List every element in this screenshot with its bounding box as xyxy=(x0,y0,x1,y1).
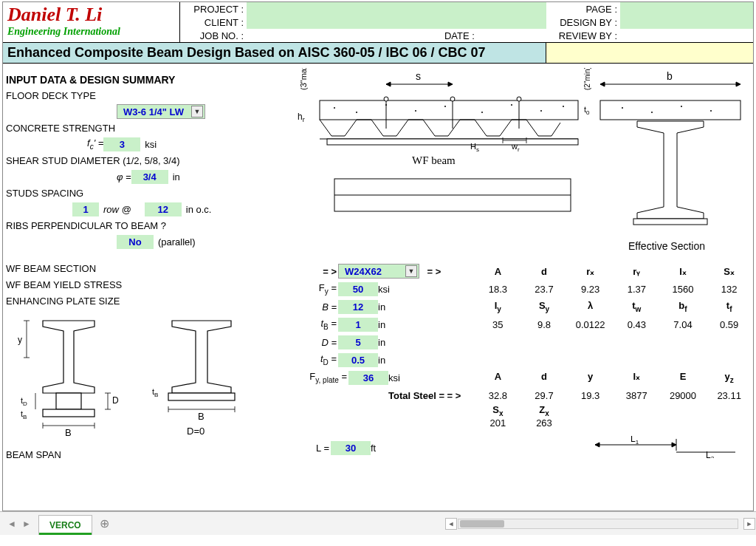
fc-unit: ksi xyxy=(140,139,157,150)
D-unit: in xyxy=(378,337,408,348)
jobno-field[interactable] xyxy=(247,29,419,42)
plate-diagram-right: tB B D=0 xyxy=(146,313,257,446)
span-diagram: L1 L2 xyxy=(588,436,750,458)
hr-label: hr xyxy=(298,112,305,123)
fy-unit: ksi xyxy=(378,284,408,295)
svg-rect-34 xyxy=(327,139,578,145)
svg-point-17 xyxy=(334,107,335,109)
svg-point-30 xyxy=(450,97,455,101)
total-steel-label: Total Steel = = > xyxy=(388,390,418,401)
totals2-header: Sx Zx xyxy=(477,404,750,417)
fyp-input[interactable]: 36 xyxy=(348,371,388,385)
wf-section-dropdown[interactable]: W24X62 ▼ xyxy=(338,264,419,279)
horizontal-scrollbar: ◄ ► xyxy=(117,512,756,535)
stud-spc-input[interactable]: 12 xyxy=(145,202,182,216)
tB-input[interactable]: 1 xyxy=(338,318,378,332)
wf-beam-label: WF beam xyxy=(412,154,456,166)
arrow-to-props: = > xyxy=(419,266,449,277)
svg-rect-0 xyxy=(56,393,81,409)
arrow-to-section: = > xyxy=(295,266,338,277)
page-field[interactable] xyxy=(620,2,753,16)
spreadsheet-frame: Daniel T. Li Engineering International P… xyxy=(2,1,754,511)
fy-input[interactable]: 50 xyxy=(338,282,378,296)
scroll-right-button[interactable]: ► xyxy=(743,518,755,530)
D-symbol: D = xyxy=(295,337,338,348)
brand-name: Daniel T. Li xyxy=(7,5,175,24)
plate-tB-label: tB xyxy=(21,409,27,420)
svg-point-24 xyxy=(540,110,542,112)
beam-span-label: BEAM SPAN xyxy=(6,449,61,460)
phi-input[interactable]: 3/4 xyxy=(131,170,168,184)
stud-spc-unit: in o.c. xyxy=(182,204,212,215)
effective-section-label: Effective Section xyxy=(628,240,705,252)
client-field[interactable] xyxy=(247,16,546,29)
brand-block: Daniel T. Li Engineering International xyxy=(3,2,180,42)
right-column: s WF beam hr (3"max) Hs wr xyxy=(288,68,750,463)
L-symbol: L = xyxy=(295,443,331,454)
plate2-D0-label: D=0 xyxy=(187,426,205,437)
svg-rect-12 xyxy=(168,393,235,400)
fy-symbol: Fy = xyxy=(295,282,338,296)
ribs-paren: (parallel) xyxy=(154,236,196,248)
jobno-label: JOB NO. : xyxy=(180,30,247,41)
header-block: Daniel T. Li Engineering International P… xyxy=(3,2,753,43)
wf-yield-label: WF BEAM YIELD STRESS xyxy=(6,279,122,290)
fc-input[interactable]: 3 xyxy=(103,137,140,151)
D-input[interactable]: 5 xyxy=(338,335,378,349)
sheet-tab-label: VERCO xyxy=(49,520,81,530)
scroll-track[interactable] xyxy=(458,519,738,529)
wf-section-label: WF BEAM SECTION xyxy=(6,263,96,274)
tab-prev-icon[interactable]: ◄ xyxy=(5,517,18,530)
fyp-symbol: Fy, plate = xyxy=(295,371,348,384)
beam-props-area: = > W24X62 ▼ = > A d rₓ rᵧ Iₓ Sₓ xyxy=(288,262,750,460)
stud-row-input[interactable]: 1 xyxy=(72,202,99,216)
conc-strength-label: CONCRETE STRENGTH xyxy=(6,123,115,134)
tab-next-icon[interactable]: ► xyxy=(20,517,33,530)
date-label: DATE : xyxy=(419,30,478,41)
body-area: INPUT DATA & DESIGN SUMMARY FLOOR DECK T… xyxy=(3,64,753,467)
sheet-tab-bar: ◄ ► VERCO ⊕ ◄ ► xyxy=(0,511,756,535)
ribs-label: RIBS PERPENDICULAR TO BEAM ? xyxy=(6,220,166,231)
ribs-input[interactable]: No xyxy=(117,235,154,249)
reviewby-label: REVIEW BY : xyxy=(546,30,620,41)
scroll-thumb[interactable] xyxy=(460,520,504,528)
b-label: b xyxy=(667,70,673,82)
left-column: INPUT DATA & DESIGN SUMMARY FLOOR DECK T… xyxy=(6,68,288,463)
add-sheet-button[interactable]: ⊕ xyxy=(92,512,117,535)
tB-symbol: tB = xyxy=(295,318,338,331)
wf-section-row: = > W24X62 ▼ = > A d rₓ rᵧ Iₓ Sₓ xyxy=(295,262,750,280)
t0-label: t0 xyxy=(584,105,590,116)
reviewby-field[interactable] xyxy=(620,29,753,42)
tB-unit: in xyxy=(378,319,408,330)
date-field[interactable] xyxy=(478,29,546,42)
chevron-down-icon: ▼ xyxy=(191,106,203,117)
scroll-left-button[interactable]: ◄ xyxy=(445,518,457,530)
fc-symbol: fc' = xyxy=(87,137,103,151)
svg-point-23 xyxy=(511,104,512,106)
L-input[interactable]: 30 xyxy=(331,441,371,455)
composite-diagram: s WF beam hr (3"max) Hs wr xyxy=(288,68,750,260)
L2-label: L2 xyxy=(706,450,715,458)
plate-tD-label: tD xyxy=(21,396,27,407)
B-input[interactable]: 12 xyxy=(338,300,378,314)
fyp-unit: ksi xyxy=(388,372,418,383)
svg-point-41 xyxy=(622,107,623,109)
designby-field[interactable] xyxy=(620,16,753,29)
plate-D-label: D xyxy=(112,395,119,406)
wf-section-value: W24X62 xyxy=(345,266,382,277)
project-field[interactable] xyxy=(247,2,546,16)
floor-deck-dropdown[interactable]: W3-6 1/4" LW ▼ xyxy=(117,104,205,119)
props1-header: A d rₓ rᵧ Iₓ Sₓ xyxy=(477,266,750,277)
plate-diagrams: y D tD tB xyxy=(13,313,288,446)
svg-point-20 xyxy=(415,110,416,112)
stud-dia-label: SHEAR STUD DIAMETER (1/2, 5/8, 3/4) xyxy=(6,155,180,166)
t0-note: (2"min) xyxy=(583,68,591,90)
svg-point-28 xyxy=(384,97,388,101)
sheet-tab-active[interactable]: VERCO xyxy=(38,515,92,535)
svg-point-32 xyxy=(517,97,521,101)
svg-rect-16 xyxy=(320,100,578,120)
section-heading: INPUT DATA & DESIGN SUMMARY xyxy=(6,74,288,86)
svg-rect-1 xyxy=(43,409,94,417)
tD-input[interactable]: 0.5 xyxy=(338,353,378,367)
phi-unit: in xyxy=(168,171,180,182)
